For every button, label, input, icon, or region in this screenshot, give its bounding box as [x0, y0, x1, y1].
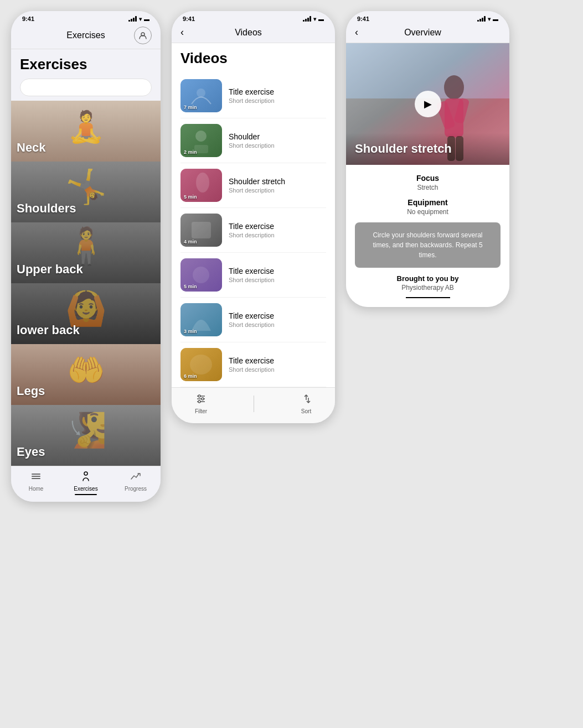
hero-overlay: Shoulder stretch — [346, 133, 509, 165]
exercise-item-eyes[interactable]: Eyes — [11, 405, 161, 466]
svg-rect-2 — [32, 476, 40, 477]
exercises-content: Exercises Neck Shoulders Upper back l — [11, 49, 161, 466]
description-box: Circle your shoulders forward several ti… — [355, 222, 501, 268]
play-button[interactable]: ▶ — [415, 91, 441, 117]
page-title: Exercises — [20, 56, 152, 73]
sort-button[interactable]: Sort — [301, 393, 312, 414]
video-item-6[interactable]: 3 min Title exercise Short description — [180, 298, 326, 342]
svg-point-6 — [197, 89, 205, 97]
svg-point-22 — [198, 395, 200, 397]
video-item-2[interactable]: 2 min Shoulder Short description — [180, 118, 326, 163]
search-input[interactable] — [20, 79, 152, 96]
wifi-icon-2: ▾ — [313, 16, 316, 22]
video-title-6: Title exercise — [229, 311, 326, 320]
tab-home[interactable]: Home — [11, 471, 61, 495]
nav-bar-2: ‹ Videos — [172, 24, 335, 43]
video-info-2: Shoulder Short description — [229, 132, 326, 149]
tab-progress-label: Progress — [125, 486, 147, 492]
bottom-bar-divider — [254, 396, 254, 412]
video-thumb-7: 6 min — [180, 348, 222, 381]
status-bar-2: 9:41 ▾ ▬ — [172, 11, 335, 24]
video-info-1: Title exercise Short description — [229, 87, 326, 104]
svg-point-15 — [193, 267, 209, 283]
svg-point-8 — [195, 131, 207, 142]
progress-icon — [130, 471, 141, 485]
equipment-row: Equipment No equipment — [355, 198, 501, 216]
video-title-5: Title exercise — [229, 267, 326, 275]
overview-content: Focus Stretch Equipment No equipment Cir… — [346, 165, 509, 307]
video-desc-2: Short description — [229, 142, 326, 149]
home-icon — [30, 471, 42, 485]
exercise-item-upper-back[interactable]: Upper back — [11, 222, 161, 283]
exercise-item-legs[interactable]: Legs — [11, 344, 161, 405]
tab-exercises[interactable]: Exercises — [61, 471, 111, 495]
video-duration-7: 6 min — [184, 373, 197, 379]
video-item-4[interactable]: 4 min Title exercise Short description — [180, 208, 326, 253]
video-duration-3: 5 min — [184, 194, 197, 200]
video-list: 7 min Title exercise Short description 2… — [172, 74, 335, 387]
nav-bar: Exercises — [11, 24, 161, 49]
exercises-phone: 9:41 ▾ ▬ Exercises Exercises — [11, 11, 161, 502]
sort-label: Sort — [301, 408, 311, 414]
svg-point-11 — [196, 173, 209, 193]
tab-exercises-label: Exercises — [74, 486, 97, 492]
filter-icon — [195, 393, 207, 407]
status-icons: ▾ ▬ — [128, 16, 149, 22]
video-thumb-2: 2 min — [180, 124, 222, 157]
video-title-2: Shoulder — [229, 132, 326, 141]
videos-phone: 9:41 ▾ ▬ ‹ Videos Videos — [172, 11, 335, 423]
video-info-7: Title exercise Short description — [229, 356, 326, 373]
equipment-label: Equipment — [355, 198, 501, 207]
video-thumb-6: 3 min — [180, 303, 222, 336]
videos-header: Videos — [172, 43, 335, 74]
video-thumb-3: 5 min — [180, 169, 222, 202]
videos-page-title: Videos — [180, 50, 326, 67]
tab-active-indicator — [75, 494, 97, 495]
exercise-label-neck: Neck — [17, 141, 46, 155]
status-icons-3: ▾ ▬ — [477, 16, 498, 22]
battery-icon-3: ▬ — [493, 16, 498, 22]
tab-home-label: Home — [29, 486, 44, 492]
video-item-7[interactable]: 6 min Title exercise Short description — [180, 342, 326, 387]
brought-by-label: Brought to you by — [355, 274, 501, 283]
exercise-label-eyes: Eyes — [17, 445, 45, 459]
video-info-5: Title exercise Short description — [229, 267, 326, 283]
svg-point-18 — [190, 355, 212, 375]
svg-point-4 — [84, 472, 87, 475]
tab-progress[interactable]: Progress — [111, 471, 161, 495]
back-button-3[interactable]: ‹ — [355, 27, 358, 38]
exercise-item-neck[interactable]: Neck — [11, 101, 161, 162]
video-desc-4: Short description — [229, 232, 326, 238]
hero-title: Shoulder stretch — [355, 142, 501, 156]
focus-label: Focus — [355, 174, 501, 183]
exercise-item-shoulders[interactable]: Shoulders — [11, 162, 161, 222]
status-bar-3: 9:41 ▾ ▬ — [346, 11, 509, 24]
video-item-1[interactable]: 7 min Title exercise Short description — [180, 74, 326, 118]
video-title-1: Title exercise — [229, 87, 326, 96]
video-duration-6: 3 min — [184, 329, 197, 334]
svg-point-24 — [198, 401, 200, 403]
exercise-label-upper-back: Upper back — [17, 262, 83, 277]
description-text: Circle your shoulders forward several ti… — [364, 230, 492, 260]
overview-phone: 9:41 ▾ ▬ ‹ Overview — [346, 11, 509, 307]
svg-rect-1 — [32, 474, 40, 475]
exercise-list: Neck Shoulders Upper back lower back Leg… — [11, 101, 161, 466]
divider-line — [406, 297, 450, 298]
video-duration-2: 2 min — [184, 149, 197, 155]
wifi-icon-3: ▾ — [488, 16, 491, 22]
nav-bar-3: ‹ Overview — [346, 24, 509, 43]
video-desc-1: Short description — [229, 97, 326, 104]
video-info-3: Shoulder stretch Short description — [229, 177, 326, 194]
focus-row: Focus Stretch — [355, 174, 501, 191]
video-item-5[interactable]: 5 min Title exercise Short description — [180, 253, 326, 298]
status-time: 9:41 — [22, 15, 34, 22]
video-thumb-4: 4 min — [180, 214, 222, 247]
back-button-2[interactable]: ‹ — [180, 27, 184, 38]
filter-button[interactable]: Filter — [195, 393, 207, 414]
video-duration-4: 4 min — [184, 239, 197, 245]
video-title-7: Title exercise — [229, 356, 326, 365]
svg-point-23 — [202, 398, 204, 400]
avatar-button[interactable] — [134, 27, 152, 44]
video-item-3[interactable]: 5 min Shoulder stretch Short description — [180, 163, 326, 208]
exercise-item-lower-back[interactable]: lower back — [11, 283, 161, 344]
